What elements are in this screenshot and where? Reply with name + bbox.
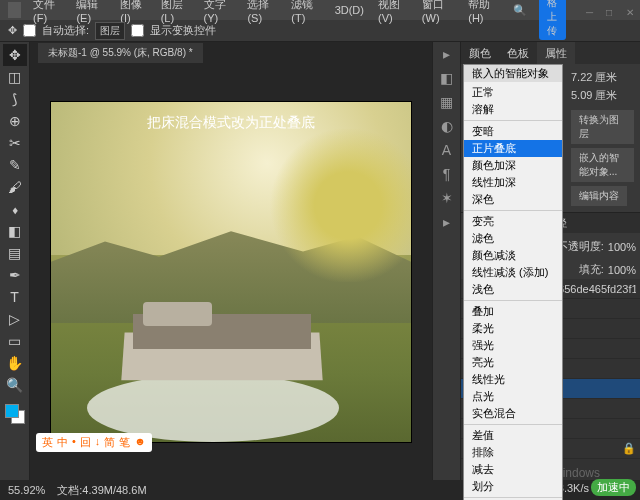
blend-lightercolor[interactable]: 浅色	[464, 281, 562, 298]
cloud-upload-button[interactable]: 风格上传	[539, 0, 566, 40]
blend-linearburn[interactable]: 线性加深	[464, 174, 562, 191]
path-tool[interactable]: ▷	[3, 308, 27, 330]
pen-tool[interactable]: ✒	[3, 264, 27, 286]
doc-size: 文档:4.39M/48.6M	[57, 483, 146, 498]
minimize-icon[interactable]: ─	[580, 5, 592, 15]
app-logo	[8, 2, 21, 18]
move-tool-icon: ✥	[8, 24, 17, 37]
embed-button[interactable]: 嵌入的智能对象...	[571, 148, 634, 182]
show-transform-label: 显示变换控件	[150, 23, 216, 38]
blend-pinlight[interactable]: 点光	[464, 388, 562, 405]
convert-layer-button[interactable]: 转换为图层	[571, 110, 634, 144]
maximize-icon[interactable]: □	[600, 5, 612, 15]
opacity-value[interactable]: 100%	[608, 241, 636, 253]
canvas-caption: 把床混合模式改为正处叠底	[51, 114, 411, 132]
menu-3d[interactable]: 3D(D)	[329, 2, 370, 18]
canvas[interactable]: 把床混合模式改为正处叠底	[51, 102, 411, 442]
search-icon[interactable]: 🔍	[507, 2, 533, 19]
properties-tabs: 颜色 色板 属性	[461, 42, 640, 64]
menu-bar: 文件(F) 编辑(E) 图像(I) 图层(L) 文字(Y) 选择(S) 滤镜(T…	[0, 0, 640, 20]
type-tool[interactable]: T	[3, 286, 27, 308]
brush-tool[interactable]: 🖌	[3, 176, 27, 198]
zoom-level[interactable]: 55.92%	[8, 484, 45, 496]
para-icon[interactable]: ¶	[443, 166, 451, 182]
gradient-tool[interactable]: ▤	[3, 242, 27, 264]
char-icon[interactable]: A	[442, 142, 451, 158]
shape-tool[interactable]: ▭	[3, 330, 27, 352]
move-tool[interactable]: ✥	[3, 44, 27, 66]
blend-linearlight[interactable]: 线性光	[464, 371, 562, 388]
blend-darken[interactable]: 变暗	[464, 123, 562, 140]
menu-filter[interactable]: 滤镜(T)	[285, 0, 326, 26]
fill-label: 填充:	[579, 262, 604, 277]
system-tray: 48.3K/s 加速中	[552, 479, 636, 496]
eyedropper-tool[interactable]: ✎	[3, 154, 27, 176]
tab-color[interactable]: 颜色	[461, 42, 499, 64]
blend-subtract[interactable]: 减去	[464, 461, 562, 478]
blend-dissolve[interactable]: 溶解	[464, 101, 562, 118]
crop-tool[interactable]: ✂	[3, 132, 27, 154]
auto-select-checkbox[interactable]	[23, 24, 36, 37]
document-area: 未标题-1 @ 55.9% (床, RGB/8) * 把床混合模式改为正处叠底 …	[30, 42, 432, 480]
blend-hardmix[interactable]: 实色混合	[464, 405, 562, 422]
stamp-tool[interactable]: ⬧	[3, 198, 27, 220]
brush-panel-icon[interactable]: ✶	[441, 190, 453, 206]
swatches-icon[interactable]: ▦	[440, 94, 453, 110]
menu-view[interactable]: 视图(V)	[372, 0, 414, 26]
menu-type[interactable]: 文字(Y)	[198, 0, 240, 26]
tab-swatch[interactable]: 色板	[499, 42, 537, 64]
document-tab[interactable]: 未标题-1 @ 55.9% (床, RGB/8) *	[38, 43, 203, 63]
zoom-tool[interactable]: 🔍	[3, 374, 27, 396]
menu-help[interactable]: 帮助(H)	[462, 0, 504, 26]
marquee-tool[interactable]: ◫	[3, 66, 27, 88]
foreground-color[interactable]	[5, 404, 19, 418]
wand-tool[interactable]: ⊕	[3, 110, 27, 132]
blend-divide[interactable]: 划分	[464, 478, 562, 495]
blend-multiply[interactable]: 正片叠底	[464, 140, 562, 157]
adjust-icon[interactable]: ◐	[441, 118, 453, 134]
color-icon[interactable]: ◧	[440, 70, 453, 86]
auto-select-label: 自动选择:	[42, 23, 89, 38]
collapsed-panels: ▸ ◧ ▦ ◐ A ¶ ✶ ▸	[432, 42, 460, 480]
menu-select[interactable]: 选择(S)	[241, 0, 283, 26]
accel-pill[interactable]: 加速中	[591, 479, 636, 496]
ime-toolbar[interactable]: 英中•回↓简笔☻	[36, 433, 152, 452]
blend-difference[interactable]: 差值	[464, 427, 562, 444]
opacity-label: 不透明度:	[557, 239, 604, 254]
blend-overlay[interactable]: 叠加	[464, 303, 562, 320]
history-icon[interactable]: ▸	[443, 46, 450, 62]
menu-file[interactable]: 文件(F)	[27, 0, 68, 26]
toolbox: ✥ ◫ ⟆ ⊕ ✂ ✎ 🖌 ⬧ ◧ ▤ ✒ T ▷ ▭ ✋ 🔍	[0, 42, 30, 480]
blend-exclusion[interactable]: 排除	[464, 444, 562, 461]
edit-content-button[interactable]: 编辑内容	[571, 186, 627, 206]
blend-darkercolor[interactable]: 深色	[464, 191, 562, 208]
fill-value[interactable]: 100%	[608, 264, 636, 276]
tab-properties[interactable]: 属性	[537, 42, 575, 64]
blend-vividlight[interactable]: 亮光	[464, 354, 562, 371]
blend-normal[interactable]: 正常	[464, 84, 562, 101]
document-tabs: 未标题-1 @ 55.9% (床, RGB/8) *	[30, 42, 432, 64]
blend-colordodge[interactable]: 颜色减淡	[464, 247, 562, 264]
close-icon[interactable]: ✕	[620, 5, 632, 15]
eraser-tool[interactable]: ◧	[3, 220, 27, 242]
hand-tool[interactable]: ✋	[3, 352, 27, 374]
blend-softlight[interactable]: 柔光	[464, 320, 562, 337]
menu-window[interactable]: 窗口(W)	[416, 0, 460, 26]
color-swatch[interactable]	[5, 404, 25, 424]
lasso-tool[interactable]: ⟆	[3, 88, 27, 110]
actions-icon[interactable]: ▸	[443, 214, 450, 230]
lock-icon: 🔒	[622, 442, 636, 455]
blend-screen[interactable]: 滤色	[464, 230, 562, 247]
blend-hardlight[interactable]: 强光	[464, 337, 562, 354]
auto-select-dropdown[interactable]: 图层	[95, 22, 125, 40]
blend-lighten[interactable]: 变亮	[464, 213, 562, 230]
right-panels: 颜色 色板 属性 嵌入的智能对象 正常溶解 变暗正片叠底颜色加深线性加深深色 变…	[460, 42, 640, 480]
menu-layer[interactable]: 图层(L)	[155, 0, 196, 26]
blend-lineardodge[interactable]: 线性减淡 (添加)	[464, 264, 562, 281]
blend-mode-dropdown[interactable]: 嵌入的智能对象 正常溶解 变暗正片叠底颜色加深线性加深深色 变亮滤色颜色减淡线性…	[463, 64, 563, 500]
blend-header: 嵌入的智能对象	[464, 65, 562, 82]
show-transform-checkbox[interactable]	[131, 24, 144, 37]
blend-colorburn[interactable]: 颜色加深	[464, 157, 562, 174]
